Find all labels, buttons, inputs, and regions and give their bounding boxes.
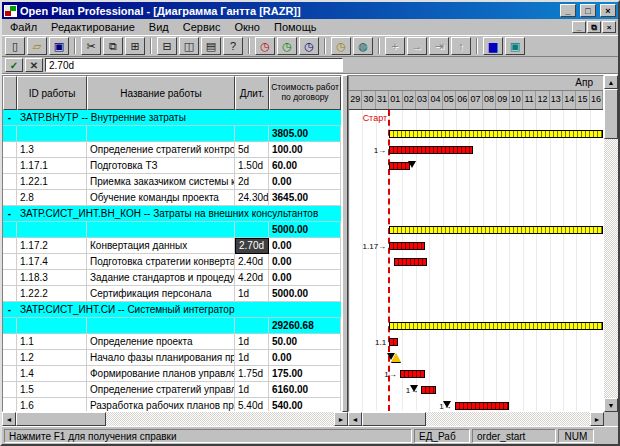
duration-cell[interactable]: 1d [235,350,269,366]
table-horizontal-scrollbar[interactable]: ◄ ► [2,412,348,426]
edit-cancel-button[interactable]: ✕ [25,58,43,72]
id-cell[interactable]: 1.17.2 [17,238,87,254]
edit-confirm-button[interactable]: ✓ [5,58,23,72]
table-row-1.3[interactable]: 1.3Определение стратегий контроля и отч5… [3,142,341,158]
table-row-1.1[interactable]: 1.1Определение проекта1d50.00 [3,334,341,350]
cost-cell[interactable]: 0.00 [269,174,341,190]
id-cell[interactable]: 1.1 [17,334,87,350]
row-expand-toggle[interactable]: - [3,110,17,126]
duration-cell[interactable] [235,126,269,142]
duration-cell[interactable]: 2.40d [235,254,269,270]
name-cell[interactable]: Определение проекта [87,334,235,350]
name-cell[interactable]: Начало фазы планирования проекта [87,350,235,366]
id-cell[interactable]: 1.3 [17,142,87,158]
menu-item-window[interactable]: Окно [227,20,267,35]
table-row-section-12[interactable]: -ЗАТР.СИСТ_ИНТ.СИ -- Системный интеграто… [3,302,341,318]
scroll-up-icon[interactable]: ▲ [604,75,618,89]
id-cell[interactable]: 1.22.1 [17,174,87,190]
table-row-1.17.1[interactable]: 1.17.1Подготовка ТЗ1.50d60.00 [3,158,341,174]
id-cell[interactable]: 2.8 [17,190,87,206]
duration-cell[interactable]: 1d [235,382,269,398]
duration-cell[interactable]: 1.50d [235,158,269,174]
cost-cell[interactable]: 6160.00 [269,382,341,398]
mdi-minimize-button[interactable]: _ [572,21,586,33]
maximize-button[interactable]: □ [580,4,596,17]
menu-item-view[interactable]: Вид [142,20,176,35]
chart-horizontal-scrollbar[interactable]: ◄ ► [348,412,604,426]
monitor-button[interactable]: ▣ [505,37,525,55]
table-row-1.17.4[interactable]: 1.17.4Подготовка стратегии конвертации2.… [3,254,341,270]
name-cell[interactable]: Подготовка ТЗ [87,158,235,174]
clock-yellow-button[interactable]: ◷ [331,37,351,55]
milestone-marker[interactable] [443,401,451,408]
name-cell[interactable]: Приемка заказчиком системы клиент [87,174,235,190]
cost-cell[interactable]: 5000.00 [269,222,341,238]
name-cell[interactable] [87,318,235,334]
duration-cell[interactable]: 5.40d [235,398,269,411]
duration-cell[interactable]: 4.20d [235,270,269,286]
vertical-scroll-track[interactable] [604,89,618,398]
copy-button[interactable]: ⧉ [103,37,123,55]
table-row-1.22.1[interactable]: 1.22.1Приемка заказчиком системы клиент2… [3,174,341,190]
table-row-1.22.2[interactable]: 1.22.2Сертификация персонала1d5000.00 [3,286,341,302]
cost-cell[interactable]: 60.00 [269,158,341,174]
globe-button[interactable]: ◍ [353,37,373,55]
table-row-2.8[interactable]: 2.8Обучение команды проекта24.30d3645.00 [3,190,341,206]
id-cell[interactable] [17,222,87,238]
gantt-bar-task[interactable] [389,338,398,346]
clock-red-button[interactable]: ◷ [255,37,275,55]
table-scroll-track[interactable] [16,412,334,426]
table-row-total-7[interactable]: 5000.00 [3,222,341,238]
id-cell[interactable]: 1.22.2 [17,286,87,302]
cut-button[interactable]: ✂ [81,37,101,55]
table-row-1.2[interactable]: 1.2Начало фазы планирования проекта1d0.0… [3,350,341,366]
print-button[interactable]: ⊟ [157,37,177,55]
close-button[interactable]: × [600,4,616,17]
menu-item-file[interactable]: Файл [3,20,44,35]
id-cell[interactable]: 1.5 [17,382,87,398]
cost-cell[interactable]: 100.00 [269,142,341,158]
help-button[interactable]: ? [223,37,243,55]
gantt-bar-task[interactable] [394,258,426,266]
chart-scroll-right-icon[interactable]: ► [590,412,604,426]
menu-item-tools[interactable]: Сервис [176,20,228,35]
id-cell[interactable]: 1.6 [17,398,87,411]
gantt-bar-summary[interactable] [389,322,603,330]
id-cell[interactable]: 1.17.4 [17,254,87,270]
table-row-1.18.3[interactable]: 1.18.3Задание стандартов и процедур по д… [3,270,341,286]
menu-item-help[interactable]: Помощь [267,20,324,35]
cost-cell[interactable]: 3645.00 [269,190,341,206]
name-cell[interactable]: Определение стратегий управления и [87,382,235,398]
cost-cell[interactable]: 50.00 [269,334,341,350]
new-button[interactable]: ▯ [5,37,25,55]
name-cell[interactable]: Сертификация персонала [87,286,235,302]
duration-cell-editing[interactable]: 2.70d [235,238,269,254]
duration-cell[interactable]: 1d [235,334,269,350]
paste-button[interactable]: ⊞ [125,37,145,55]
duration-cell[interactable]: 24.30d [235,190,269,206]
duration-cell[interactable]: 5d [235,142,269,158]
cost-cell[interactable]: 0.00 [269,254,341,270]
id-cell[interactable] [17,318,87,334]
duration-cell[interactable]: 1d [235,286,269,302]
cost-cell[interactable]: 0.00 [269,350,341,366]
milestone-marker[interactable] [408,161,416,168]
id-cell[interactable]: 1.4 [17,366,87,382]
gantt-bar-task[interactable] [389,242,425,250]
cost-cell[interactable]: 3805.00 [269,126,341,142]
name-cell[interactable]: Обучение команды проекта [87,190,235,206]
gantt-view-button[interactable]: ▆ [483,37,503,55]
mdi-close-button[interactable]: × [602,21,616,33]
gantt-bar-task[interactable] [400,370,425,378]
cost-cell[interactable]: 175.00 [269,366,341,382]
name-cell[interactable]: Определение стратегий контроля и отч [87,142,235,158]
name-cell[interactable] [87,126,235,142]
row-expand-toggle[interactable]: - [3,206,17,222]
table-row-section-6[interactable]: -ЗАТР.СИСТ_ИНТ.ВН_КОН -- Затраты на внеш… [3,206,341,222]
id-cell[interactable]: 1.17.1 [17,158,87,174]
table-row-1.6[interactable]: 1.6Разработка рабочих планов проекта5.40… [3,398,341,411]
table-row-1.5[interactable]: 1.5Определение стратегий управления и1d6… [3,382,341,398]
vertical-scroll-thumb[interactable] [604,89,618,139]
gantt-bar-task[interactable] [455,402,510,410]
vertical-scrollbar[interactable]: ▲ ▼ [604,75,618,412]
